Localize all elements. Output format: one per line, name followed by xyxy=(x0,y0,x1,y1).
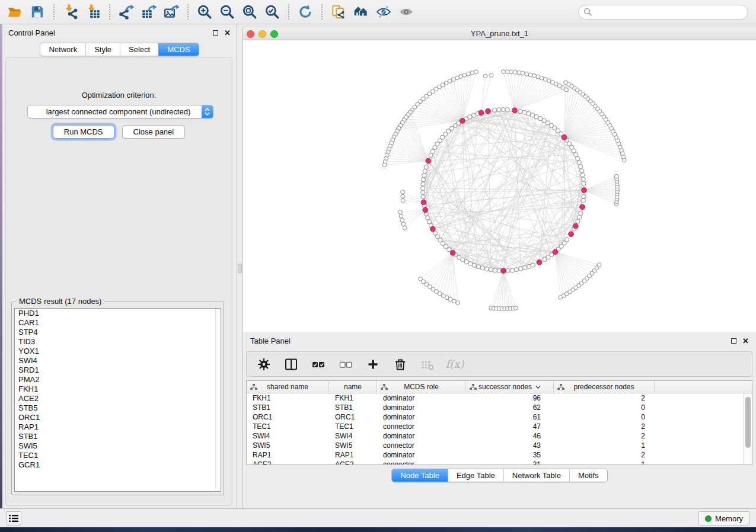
graph-node[interactable] xyxy=(401,190,405,194)
mcds-result-item[interactable]: GCR1 xyxy=(15,460,221,470)
table-row[interactable]: FKH1FKH1dominator962 xyxy=(247,393,752,403)
close-panel-icon[interactable]: ✕ xyxy=(224,30,231,36)
graph-node[interactable] xyxy=(502,70,506,74)
mcds-result-item[interactable]: STB1 xyxy=(15,432,221,441)
graph-node[interactable] xyxy=(497,108,501,112)
mcds-result-item[interactable]: FKH1 xyxy=(15,384,221,394)
graph-node[interactable] xyxy=(472,263,476,267)
float-table-panel-icon[interactable] xyxy=(731,338,736,344)
graph-node[interactable] xyxy=(422,174,426,178)
graph-hub-node[interactable] xyxy=(537,260,542,265)
graph-node[interactable] xyxy=(581,177,585,181)
mcds-list-scrollbar[interactable] xyxy=(215,309,221,491)
tab-node-table[interactable]: Node Table xyxy=(392,469,448,482)
float-panel-icon[interactable] xyxy=(213,30,218,36)
graph-node[interactable] xyxy=(421,182,425,186)
graph-node[interactable] xyxy=(493,108,497,112)
table-settings-button[interactable] xyxy=(255,355,273,373)
zoom-fit-content-button[interactable] xyxy=(238,2,261,22)
graph-node[interactable] xyxy=(422,178,426,182)
graph-node[interactable] xyxy=(501,107,505,111)
table-scrollbar[interactable] xyxy=(743,393,752,464)
network-canvas[interactable] xyxy=(243,40,756,332)
graph-node[interactable] xyxy=(510,268,514,273)
table-row[interactable]: RAP1RAP1dominator352 xyxy=(247,450,752,460)
graph-node[interactable] xyxy=(472,113,476,117)
open-session-button[interactable] xyxy=(4,2,26,22)
mcds-result-item[interactable]: ORC1 xyxy=(15,413,221,422)
graph-node[interactable] xyxy=(423,169,427,174)
graph-node[interactable] xyxy=(513,70,517,75)
graph-hub-node[interactable] xyxy=(512,108,518,113)
graph-node[interactable] xyxy=(581,198,585,203)
graph-node[interactable] xyxy=(400,218,404,222)
graph-node[interactable] xyxy=(480,266,484,270)
table-row[interactable]: STB1STB1dominator620 xyxy=(247,403,752,412)
mcds-result-item[interactable]: ACE2 xyxy=(15,394,221,403)
graph-hub-node[interactable] xyxy=(421,200,426,205)
close-table-panel-icon[interactable]: ✕ xyxy=(742,338,749,344)
graph-node[interactable] xyxy=(470,71,474,75)
graph-node[interactable] xyxy=(421,195,425,199)
graph-node[interactable] xyxy=(493,268,497,273)
import-table-button[interactable] xyxy=(82,2,104,22)
table-row[interactable]: SWI4SWI4dominator462 xyxy=(247,431,752,441)
graph-node[interactable] xyxy=(484,267,489,271)
mcds-result-item[interactable]: SRD1 xyxy=(15,366,221,375)
graph-node[interactable] xyxy=(462,73,467,77)
graph-node[interactable] xyxy=(597,263,601,267)
graph-node[interactable] xyxy=(401,222,406,226)
show-all-columns-button[interactable] xyxy=(310,355,327,373)
mcds-result-item[interactable]: SWI4 xyxy=(15,356,221,366)
mcds-result-item[interactable]: PHD1 xyxy=(15,309,221,318)
mcds-result-item[interactable]: STP4 xyxy=(15,328,221,337)
graph-node[interactable] xyxy=(399,214,403,218)
graph-node[interactable] xyxy=(518,109,522,113)
graph-node[interactable] xyxy=(505,108,509,112)
graph-node[interactable] xyxy=(467,72,471,76)
splitter-grip[interactable] xyxy=(238,264,242,273)
hide-all-columns-button[interactable] xyxy=(337,355,355,373)
graph-node[interactable] xyxy=(505,70,509,74)
graph-hub-node[interactable] xyxy=(553,249,558,255)
show-panels-list-button[interactable] xyxy=(6,511,21,525)
graph-node[interactable] xyxy=(474,70,479,74)
window-close-traffic-light[interactable] xyxy=(247,30,254,38)
table-row[interactable]: ACE2ACE2connector311 xyxy=(247,460,752,465)
tab-network[interactable]: Network xyxy=(40,43,85,56)
mcds-result-item[interactable]: STB5 xyxy=(15,403,221,413)
graph-node[interactable] xyxy=(509,70,513,74)
mcds-result-item[interactable]: PMA2 xyxy=(15,375,221,384)
column-header-MCDS-role[interactable]: MCDS role xyxy=(377,381,466,393)
graph-node[interactable] xyxy=(403,226,407,230)
graph-node[interactable] xyxy=(582,194,586,198)
column-header-successor-nodes[interactable]: successor nodes xyxy=(466,381,554,393)
run-mcds-button[interactable]: Run MCDS xyxy=(53,125,114,139)
graph-node[interactable] xyxy=(531,263,535,267)
graph-node[interactable] xyxy=(452,299,457,303)
graph-hub-node[interactable] xyxy=(423,207,428,213)
graph-hub-node[interactable] xyxy=(580,204,585,210)
export-image-button[interactable] xyxy=(160,2,183,22)
graph-node[interactable] xyxy=(564,81,568,85)
graph-node[interactable] xyxy=(517,70,521,75)
graph-hub-node[interactable] xyxy=(582,188,587,193)
tab-edge-table[interactable]: Edge Table xyxy=(448,469,503,482)
graph-node[interactable] xyxy=(382,163,387,167)
memory-button[interactable]: Memory xyxy=(698,511,749,525)
graph-node[interactable] xyxy=(420,186,425,190)
window-zoom-traffic-light[interactable] xyxy=(270,30,278,38)
graph-node[interactable] xyxy=(519,267,523,271)
mcds-result-item[interactable]: RAP1 xyxy=(15,422,221,432)
graph-hub-node[interactable] xyxy=(479,110,484,116)
export-network-button[interactable] xyxy=(115,2,138,22)
table-scrollbar-thumb[interactable] xyxy=(745,397,751,448)
graph-node[interactable] xyxy=(576,219,580,223)
graph-node[interactable] xyxy=(521,71,525,75)
create-column-button[interactable] xyxy=(364,355,382,373)
graph-node[interactable] xyxy=(522,110,527,114)
table-row[interactable]: SWI5SWI5connector431 xyxy=(247,441,752,450)
graph-node[interactable] xyxy=(534,114,538,118)
tab-style[interactable]: Style xyxy=(85,43,120,56)
column-header-predecessor-nodes[interactable]: predecessor nodes xyxy=(554,381,655,393)
